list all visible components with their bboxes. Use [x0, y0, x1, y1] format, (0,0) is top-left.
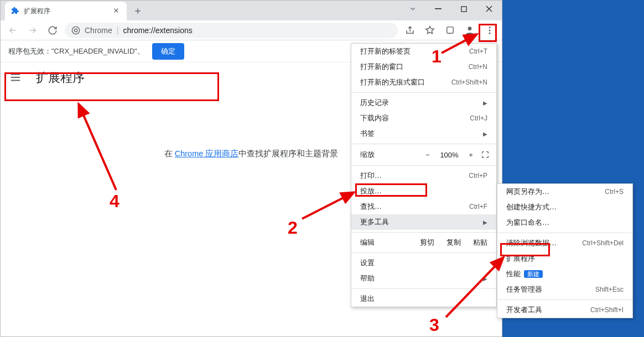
bookmark-star-icon[interactable] — [422, 23, 438, 38]
window-controls — [400, 1, 502, 17]
fullscreen-icon[interactable] — [481, 150, 490, 159]
chevron-right-icon: ▶ — [483, 276, 487, 282]
menu-settings[interactable]: 设置 — [351, 255, 496, 271]
window-dropdown[interactable] — [400, 1, 425, 17]
menu-exit[interactable]: 退出 — [351, 291, 496, 307]
submenu-performance[interactable]: 性能新建 — [497, 266, 632, 282]
svg-rect-1 — [461, 6, 466, 11]
submenu-task-manager[interactable]: 任务管理器Shift+Esc — [497, 282, 632, 297]
extension-icon — [11, 7, 19, 15]
edit-paste[interactable]: 粘贴 — [473, 238, 487, 248]
edit-cut[interactable]: 剪切 — [420, 238, 434, 248]
annotation-box-kebab — [479, 24, 497, 42]
menu-help[interactable]: 帮助▶ — [351, 271, 496, 286]
submenu-name-window[interactable]: 为窗口命名… — [497, 215, 632, 230]
menu-bookmarks[interactable]: 书签▶ — [351, 126, 496, 141]
address-path: chrome://extensions — [123, 26, 192, 35]
address-bar[interactable]: Chrome | chrome://extensions — [65, 23, 398, 38]
reload-button[interactable] — [45, 23, 60, 38]
svg-rect-4 — [446, 27, 453, 33]
submenu-create-shortcut[interactable]: 创建快捷方式… — [497, 199, 632, 215]
window-close[interactable] — [476, 1, 502, 17]
titlebar: 扩展程序 — [1, 1, 502, 20]
chevron-right-icon: ▶ — [483, 131, 487, 137]
tab-close-icon[interactable] — [112, 7, 121, 15]
chrome-logo-icon — [71, 26, 80, 35]
submenu-dev-tools[interactable]: 开发者工具Ctrl+Shift+I — [497, 302, 632, 318]
svg-point-3 — [74, 29, 77, 31]
chevron-right-icon: ▶ — [483, 100, 487, 106]
active-tab[interactable]: 扩展程序 — [5, 2, 127, 20]
svg-rect-0 — [435, 8, 442, 9]
menu-history[interactable]: 历史记录▶ — [351, 95, 496, 110]
body-suffix: 中查找扩展程序和主题背景 — [238, 149, 338, 158]
chevron-right-icon: ▶ — [483, 219, 487, 225]
toolbar: Chrome | chrome://extensions — [1, 20, 502, 40]
address-origin: Chrome — [85, 26, 112, 35]
menu-more-tools[interactable]: 更多工具▶ — [351, 214, 496, 230]
chrome-main-menu: 打开新的标签页Ctrl+T 打开新的窗口Ctrl+N 打开新的无痕式窗口Ctrl… — [351, 43, 497, 307]
svg-point-5 — [468, 27, 472, 30]
zoom-out-button[interactable]: − — [421, 151, 434, 159]
menu-print[interactable]: 打印…Ctrl+P — [351, 168, 496, 183]
submenu-save-as[interactable]: 网页另存为…Ctrl+S — [497, 184, 632, 199]
svg-point-2 — [72, 27, 79, 34]
web-store-link[interactable]: Chrome 应用商店 — [175, 149, 239, 158]
window-maximize[interactable] — [451, 1, 476, 17]
share-icon[interactable] — [402, 23, 418, 38]
infobar-message: 程序包无效："CRX_HEADER_INVALID"。 — [8, 46, 144, 56]
tab-title: 扩展程序 — [24, 7, 112, 16]
menu-new-window[interactable]: 打开新的窗口Ctrl+N — [351, 59, 496, 75]
body-prefix: 在 — [164, 149, 175, 158]
annotation-box-ext-header — [4, 72, 219, 101]
menu-downloads[interactable]: 下载内容Ctrl+J — [351, 110, 496, 126]
edit-copy[interactable]: 复制 — [446, 238, 461, 248]
address-separator: | — [117, 26, 119, 35]
window-minimize[interactable] — [425, 1, 451, 17]
profile-avatar-icon[interactable] — [462, 23, 477, 38]
menu-zoom-row: 缩放 − 100% + — [351, 146, 496, 163]
menu-incognito[interactable]: 打开新的无痕式窗口Ctrl+Shift+N — [351, 75, 496, 90]
zoom-value: 100% — [438, 151, 461, 159]
annotation-box-extensions-menu — [500, 243, 550, 256]
menu-find[interactable]: 查找…Ctrl+F — [351, 199, 496, 214]
forward-button[interactable] — [25, 23, 40, 38]
confirm-button[interactable]: 确定 — [152, 43, 184, 60]
menu-edit-row: 编辑 剪切 复制 粘贴 — [351, 235, 496, 250]
new-tab-button[interactable] — [130, 3, 146, 19]
zoom-in-button[interactable]: + — [464, 151, 477, 159]
back-button[interactable] — [5, 23, 20, 38]
extensions-puzzle-icon[interactable] — [442, 23, 458, 38]
annotation-box-more-tools — [355, 183, 427, 197]
menu-new-tab[interactable]: 打开新的标签页Ctrl+T — [351, 44, 496, 59]
